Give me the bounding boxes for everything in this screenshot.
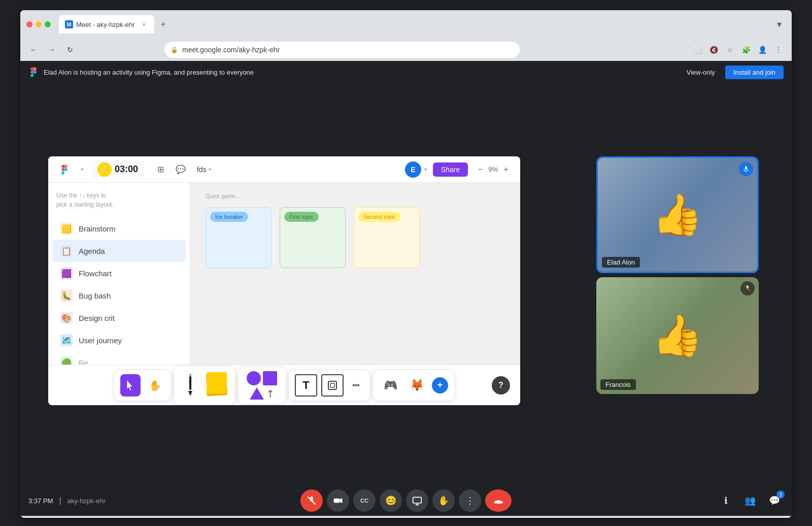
user-journey-label: User journey xyxy=(79,336,122,345)
profile-icon[interactable]: 👤 xyxy=(755,43,769,57)
text-tool-button[interactable]: T xyxy=(295,374,317,397)
activities-button[interactable]: ✋ xyxy=(432,489,455,512)
francois-name-tag: Francois xyxy=(600,379,636,390)
ice-breaker-card[interactable]: Ice breaker xyxy=(206,207,272,268)
meeting-code: aky-hzpk-ehr xyxy=(67,497,106,505)
figma-bar-message: Elad Alon is hosting an activity using F… xyxy=(44,69,254,76)
dropdown-arrow-main: ▾ xyxy=(81,167,83,172)
end-call-button[interactable] xyxy=(485,489,512,512)
back-button[interactable]: ← xyxy=(26,43,41,57)
file-dropdown-arrow: ▾ xyxy=(209,167,211,172)
tab-close-button[interactable]: × xyxy=(140,20,148,28)
screencast-icon[interactable]: ⬜ xyxy=(690,43,704,57)
selection-tools-group: ✋ xyxy=(114,370,172,401)
camera-button[interactable] xyxy=(327,489,349,512)
template-item-user-journey[interactable]: 🗺️ User journey xyxy=(52,329,186,351)
first-topic-label: First topic xyxy=(284,212,319,222)
comment-icon[interactable]: 💬 xyxy=(173,161,189,178)
topic-cards-row: Ice breaker First topic Second topic xyxy=(206,207,505,268)
agenda-icon: 📋 xyxy=(60,245,73,257)
figma-canvas[interactable]: Quick game... Ice breaker First topic xyxy=(190,183,520,365)
minimize-light[interactable] xyxy=(36,21,42,27)
svg-text:⭐: ⭐ xyxy=(99,165,110,174)
file-name-text: fds xyxy=(197,166,207,174)
share-button[interactable]: Share xyxy=(433,162,468,177)
widget-2-button[interactable]: 🦊 xyxy=(405,374,428,397)
template-item-design-crit[interactable]: 🎨 Design crit xyxy=(52,307,186,329)
frame-tool-button[interactable] xyxy=(321,374,344,397)
mute-tab-icon[interactable]: 🔇 xyxy=(706,43,721,57)
svg-rect-15 xyxy=(413,497,422,503)
refresh-button[interactable]: ↻ xyxy=(63,43,77,57)
widgets-group: 🎮 🦊 + xyxy=(373,370,455,401)
figma-logo-icon xyxy=(28,67,39,77)
ice-breaker-label: Ice breaker xyxy=(210,212,248,222)
pen-tool-button[interactable] xyxy=(180,370,200,401)
tab-bar: M Meet - aky-hzpk-ehr × + xyxy=(59,15,773,34)
active-tab[interactable]: M Meet - aky-hzpk-ehr × xyxy=(59,15,154,34)
cursor-tool-button[interactable] xyxy=(120,374,141,397)
toolbar-right: E ▾ Share − 9% + xyxy=(405,161,512,178)
help-button[interactable]: ? xyxy=(492,376,510,394)
emoji-button[interactable]: 😊 xyxy=(380,489,402,512)
template-item-brainstorm[interactable]: 🟨 Brainstorm xyxy=(52,217,186,240)
timer-display: 03:00 xyxy=(115,164,138,175)
figma-toolbar: ▾ ⭐ 03:00 ⊞ 💬 xyxy=(48,156,520,183)
more-button[interactable]: ⋮ xyxy=(459,489,481,512)
drawing-tools-group xyxy=(174,366,235,405)
new-tab-button[interactable]: + xyxy=(156,17,171,31)
browser-window: M Meet - aky-hzpk-ehr × + ▾ ← → ↻ 🔒 meet… xyxy=(20,10,792,518)
zoom-controls: − 9% + xyxy=(474,163,512,176)
template-item-flowchart[interactable]: 🟪 Flowchart xyxy=(52,262,186,284)
figma-bar-actions: View-only Install and join xyxy=(683,65,784,79)
second-topic-card[interactable]: Second topic xyxy=(354,207,420,268)
second-topic-label: Second topic xyxy=(358,212,401,222)
bookmark-icon[interactable]: ☆ xyxy=(723,43,737,57)
separator: | xyxy=(59,496,61,505)
first-topic-card[interactable]: First topic xyxy=(280,207,346,268)
info-button[interactable]: ℹ xyxy=(717,491,735,510)
layout-grid-icon[interactable]: ⊞ xyxy=(152,161,168,178)
template-item-retro[interactable]: 🟢 Re... xyxy=(52,351,186,365)
shapes-button[interactable]: ↗ xyxy=(244,371,280,400)
chat-badge: 3 xyxy=(776,490,785,499)
elad-audio-badge xyxy=(739,162,753,176)
more-tools-button[interactable]: ••• xyxy=(348,374,364,397)
title-bar: M Meet - aky-hzpk-ehr × + ▾ xyxy=(20,10,792,39)
zoom-out-button[interactable]: − xyxy=(474,163,486,176)
maximize-light[interactable] xyxy=(45,21,51,27)
add-widget-button[interactable]: + xyxy=(432,377,448,393)
browser-more-icon[interactable]: ⋮ xyxy=(771,43,786,57)
file-name-display[interactable]: fds ▾ xyxy=(197,166,211,174)
elad-video-feed: 👍 xyxy=(598,158,757,272)
figma-bottom-toolbar: ✋ xyxy=(48,365,520,405)
mic-button[interactable] xyxy=(300,489,323,512)
agenda-label: Agenda xyxy=(79,247,105,255)
circle-shape xyxy=(247,371,261,385)
sticky-note-button[interactable] xyxy=(205,370,229,401)
forward-button[interactable]: → xyxy=(45,43,59,57)
hand-tool-button[interactable]: ✋ xyxy=(145,374,165,397)
brainstorm-label: Brainstorm xyxy=(79,224,116,233)
people-button[interactable]: 👥 xyxy=(741,491,759,510)
widget-1-button[interactable]: 🎮 xyxy=(379,374,401,397)
user-avatar-button[interactable]: E xyxy=(405,161,421,178)
view-only-button[interactable]: View-only xyxy=(683,67,719,78)
address-bar[interactable]: 🔒 meet.google.com/aky-hzpk-ehr xyxy=(164,42,520,58)
figma-menu-button[interactable] xyxy=(56,161,73,178)
elad-name-text: Elad Alon xyxy=(607,258,635,266)
user-dropdown-arrow: ▾ xyxy=(424,167,427,172)
meeting-controls-bar: 3:37 PM | aky-hzpk-ehr CC 😊 xyxy=(20,485,792,516)
browser-menu-icon[interactable]: ▾ xyxy=(777,19,786,30)
template-item-bug-bash[interactable]: 🐛 Bug bash xyxy=(52,284,186,307)
tab-title: Meet - aky-hzpk-ehr xyxy=(76,21,135,28)
extensions-icon[interactable]: 🧩 xyxy=(739,43,753,57)
zoom-in-button[interactable]: + xyxy=(500,163,512,176)
close-light[interactable] xyxy=(26,21,32,27)
present-button[interactable] xyxy=(406,489,428,512)
zoom-level-display: 9% xyxy=(488,166,498,173)
captions-button[interactable]: CC xyxy=(353,489,376,512)
template-item-agenda[interactable]: 📋 Agenda xyxy=(52,240,186,262)
chat-button[interactable]: 💬 3 xyxy=(765,491,784,510)
install-join-button[interactable]: Install and join xyxy=(725,65,784,79)
